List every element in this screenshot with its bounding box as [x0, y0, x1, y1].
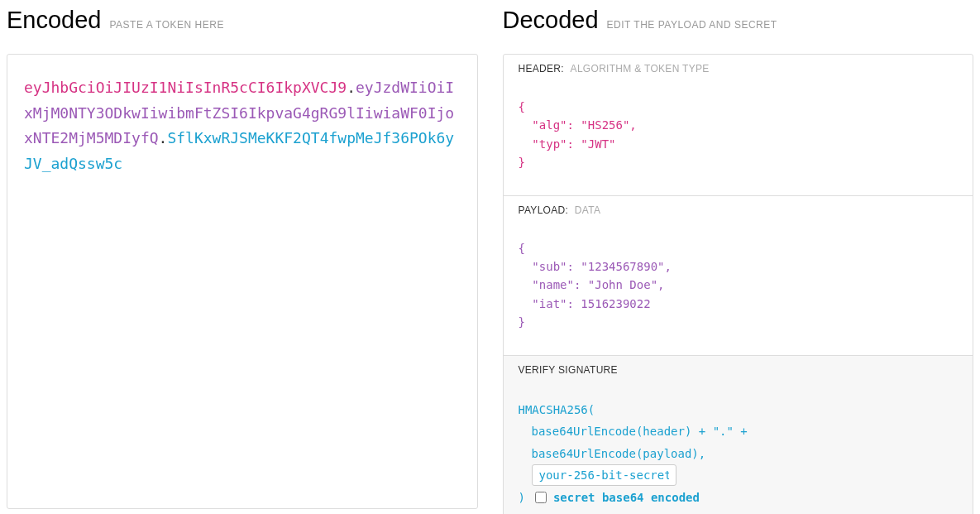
signature-section: VERIFY SIGNATURE HMACSHA256( base64UrlEn… [504, 356, 973, 514]
payload-json-editor[interactable]: { "sub": "1234567890", "name": "John Doe… [504, 224, 973, 355]
header-label: HEADER: [519, 63, 564, 74]
payload-sublabel: DATA [575, 204, 600, 216]
payload-section: PAYLOAD: DATA { "sub": "1234567890", "na… [504, 196, 973, 356]
secret-base64-label: secret base64 encoded [553, 487, 700, 509]
encoded-subtitle: PASTE A TOKEN HERE [110, 19, 224, 31]
sig-line-3: base64UrlEncode(payload), [519, 443, 958, 465]
sig-close-paren: ) [519, 487, 525, 509]
decoded-column: Decoded EDIT THE PAYLOAD AND SECRET HEAD… [503, 7, 974, 514]
header-section: HEADER: ALGORITHM & TOKEN TYPE { "alg": … [504, 55, 973, 196]
payload-section-label: PAYLOAD: DATA [504, 196, 973, 224]
secret-input[interactable] [532, 464, 676, 486]
signature-label: VERIFY SIGNATURE [519, 364, 618, 376]
secret-base64-checkbox[interactable] [535, 492, 547, 503]
header-json-editor[interactable]: { "alg": "HS256", "typ": "JWT" } [504, 83, 973, 195]
token-dot-2: . [159, 129, 168, 147]
sig-line-2: base64UrlEncode(header) + "." + [519, 420, 958, 443]
decoded-title: Decoded [503, 7, 599, 34]
signature-body: HMACSHA256( base64UrlEncode(header) + ".… [504, 384, 973, 514]
decoded-title-row: Decoded EDIT THE PAYLOAD AND SECRET [503, 7, 974, 34]
decoded-panel: HEADER: ALGORITHM & TOKEN TYPE { "alg": … [503, 54, 974, 514]
sig-line-1: HMACSHA256( [519, 399, 958, 421]
payload-label: PAYLOAD: [519, 204, 569, 216]
encoded-title: Encoded [7, 7, 102, 34]
header-section-label: HEADER: ALGORITHM & TOKEN TYPE [504, 55, 973, 83]
signature-section-label: VERIFY SIGNATURE [504, 356, 973, 384]
header-sublabel: ALGORITHM & TOKEN TYPE [571, 63, 710, 74]
encoded-title-row: Encoded PASTE A TOKEN HERE [7, 7, 478, 34]
token-dot-1: . [347, 79, 356, 96]
encoded-token-input[interactable]: eyJhbGciOiJIUzI1NiIsInR5cCI6IkpXVCJ9.eyJ… [7, 54, 478, 509]
encoded-column: Encoded PASTE A TOKEN HERE eyJhbGciOiJIU… [7, 7, 478, 514]
decoded-subtitle: EDIT THE PAYLOAD AND SECRET [607, 19, 777, 31]
token-header-part: eyJhbGciOiJIUzI1NiIsInR5cCI6IkpXVCJ9 [24, 79, 347, 96]
